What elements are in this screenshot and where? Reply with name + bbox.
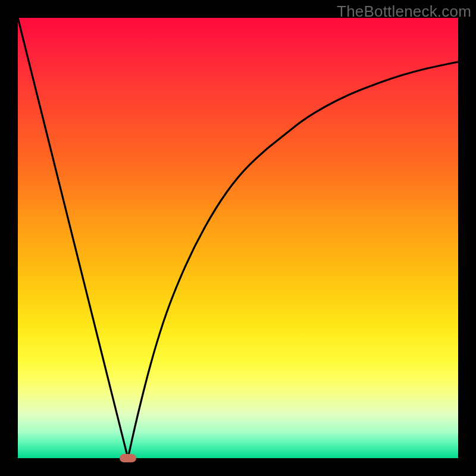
minimum-marker (120, 454, 136, 462)
chart-frame: TheBottleneck.com (0, 0, 476, 476)
bottleneck-curve (18, 18, 458, 458)
plot-area (18, 18, 458, 458)
